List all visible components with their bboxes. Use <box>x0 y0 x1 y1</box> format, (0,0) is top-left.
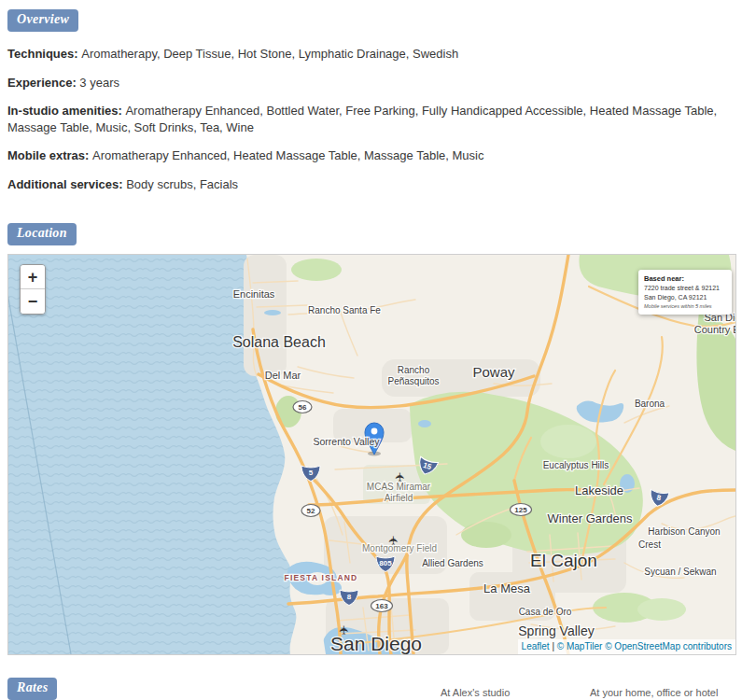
experience-row: Experience3 years <box>7 75 735 91</box>
map-label: Montgomery Field <box>362 543 437 553</box>
amenities-row: In-studio amenitiesAromatherapy Enhanced… <box>7 103 735 135</box>
map-zoom-control: + − <box>20 264 46 315</box>
map-label: Del Mar <box>265 370 301 381</box>
additional-services-row: Additional servicesBody scrubs, Facials <box>7 176 735 193</box>
additional-services-label: Additional services <box>7 177 126 191</box>
overview-badge: Overview <box>7 9 78 32</box>
svg-text:163: 163 <box>375 602 388 610</box>
map-label: FIESTA ISLAND <box>285 573 358 582</box>
amenities-label: In-studio amenities <box>7 104 125 118</box>
map-label: Rancho <box>398 365 430 375</box>
map-label: Rancho Santa Fe <box>308 305 381 315</box>
leaflet-link[interactable]: Leaflet <box>522 641 550 651</box>
mobile-extras-label: Mobile extras <box>7 148 92 162</box>
svg-text:805: 805 <box>379 559 392 567</box>
airport-icon: ✈ <box>393 472 407 483</box>
overview-section: Overview TechniquesAromatherapy, Deep Ti… <box>7 2 735 192</box>
techniques-value: Aromatherapy, Deep Tissue, Hot Stone, Ly… <box>81 47 458 61</box>
route-shield-125: 125 <box>511 504 532 516</box>
osm-link[interactable]: © OpenStreetMap contributors <box>605 641 732 651</box>
map-label: Encinitas <box>233 288 275 300</box>
based-near-popup: Based near: 7220 trade street & 92121 Sa… <box>638 270 732 315</box>
route-shield-56: 56 <box>293 401 312 413</box>
popup-address-line1: 7220 trade street & 92121 <box>644 284 726 293</box>
rates-col-header-studio: At Alex's studio <box>441 687 510 698</box>
rates-col-header-home: At your home, office or hotel <box>590 687 718 698</box>
map-label: Sycuan / Sekwan <box>644 567 716 577</box>
map-label: Spring Valley <box>518 623 594 638</box>
popup-note: Mobile services within 5 miles <box>644 302 726 310</box>
map-label: Winter Gardens <box>547 511 633 525</box>
zoom-in-button[interactable]: + <box>21 265 45 289</box>
maptiler-link[interactable]: © MapTiler <box>557 641 605 651</box>
zoom-out-button[interactable]: − <box>21 289 45 314</box>
map-label: Airfield <box>385 493 413 503</box>
map-label: Poway <box>472 364 515 380</box>
map-label: Country Es <box>694 324 735 335</box>
popup-address-line2: San Diego, CA 92121 <box>644 293 726 302</box>
svg-text:125: 125 <box>514 506 527 514</box>
map-attribution: Leaflet | © MapTiler © OpenStreetMap con… <box>518 639 735 654</box>
svg-text:56: 56 <box>299 403 307 412</box>
techniques-label: Techniques <box>7 47 81 61</box>
map-canvas: 515805885652163125✈✈✈EncinitasRancho San… <box>8 255 735 654</box>
techniques-row: TechniquesAromatherapy, Deep Tissue, Hot… <box>7 46 735 63</box>
mobile-extras-row: Mobile extrasAromatherapy Enhanced, Heat… <box>7 147 735 164</box>
map-label: Lakeside <box>575 483 623 497</box>
map-label: MCAS Miramar <box>367 482 431 492</box>
additional-services-value: Body scrubs, Facials <box>126 177 238 191</box>
popup-title: Based near: <box>644 274 726 284</box>
map-label: Sorrento Valley <box>313 436 380 447</box>
experience-value: 3 years <box>79 76 119 90</box>
mobile-extras-value: Aromatherapy Enhanced, Heated Massage Ta… <box>92 148 483 162</box>
map-label: El Cajon <box>530 551 597 570</box>
rates-badge: Rates <box>7 678 57 700</box>
map-label: Eucalyptus Hills <box>543 460 609 470</box>
location-badge: Location <box>7 223 77 245</box>
rates-header: Rates At Alex's studio At your home, off… <box>7 668 735 700</box>
experience-label: Experience <box>7 76 79 90</box>
map-label: Allied Gardens <box>422 558 483 568</box>
map-label: Casa de Oro <box>519 607 572 617</box>
map[interactable]: 515805885652163125✈✈✈EncinitasRancho San… <box>7 254 736 655</box>
svg-text:8: 8 <box>347 593 352 601</box>
map-label: La Mesa <box>483 581 531 595</box>
map-label: Crest <box>638 539 661 550</box>
map-label: San Diego <box>330 633 422 654</box>
map-label: Barona <box>635 399 665 409</box>
map-label: Solana Beach <box>232 334 326 350</box>
map-label: Peñasquitos <box>387 376 439 386</box>
map-label: Harbison Canyon <box>648 526 720 537</box>
svg-text:5: 5 <box>309 469 314 477</box>
profile-page: Overview TechniquesAromatherapy, Deep Ti… <box>0 0 742 700</box>
route-shield-52: 52 <box>301 505 320 517</box>
svg-text:52: 52 <box>307 507 315 515</box>
route-shield-163: 163 <box>371 600 393 612</box>
attribution-separator: | <box>550 641 557 651</box>
